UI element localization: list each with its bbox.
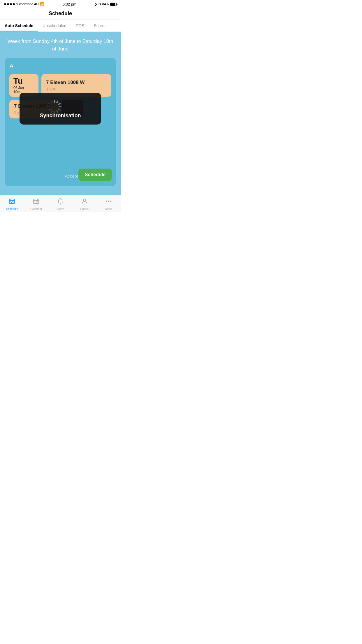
calendar-icon — [33, 198, 40, 206]
accept-text: Accept — [65, 174, 78, 178]
bottom-tab-bar: Schedule Calendar — [0, 195, 121, 212]
schedule-icon — [8, 198, 15, 206]
sync-text: Synchronisation — [40, 113, 81, 119]
battery-percent: 84% — [102, 2, 109, 6]
spinner — [54, 100, 67, 113]
bottom-tab-more-label: More — [105, 207, 112, 211]
carrier-label: vodafone AU — [19, 2, 38, 6]
wifi-icon: 📶 — [40, 2, 44, 6]
job-name-1: 7 Eleven 1008 W — [46, 80, 107, 85]
seg1 — [54, 100, 55, 103]
tab-bar: Auto Schedule Unscheduled POS Sche... — [0, 20, 121, 32]
tab-sched[interactable]: Sche... — [89, 20, 111, 32]
status-left: vodafone AU 📶 — [4, 2, 44, 6]
dot5 — [16, 3, 18, 5]
bottom-tab-calendar-label: Calendar — [30, 207, 42, 211]
day-label: Tu — [13, 77, 34, 85]
seg5 — [58, 108, 61, 111]
status-bar: vodafone AU 📶 6:32 pm ❯ B 84% — [0, 0, 121, 8]
seg3 — [58, 103, 61, 105]
seg10 — [48, 106, 50, 107]
alerts-icon — [57, 198, 64, 206]
profile-icon — [81, 198, 88, 206]
sync-overlay: Synchronisation — [20, 93, 101, 125]
nav-title: Schedule — [0, 8, 121, 20]
seg7 — [54, 111, 55, 114]
svg-point-16 — [108, 201, 109, 202]
more-icon — [105, 198, 112, 206]
battery-icon — [110, 3, 117, 6]
bottom-tab-alerts-label: Alerts — [57, 207, 64, 211]
main-content: Week from Sunday 4th of June to Saturday… — [0, 32, 121, 195]
bottom-tab-calendar[interactable]: Calendar — [24, 198, 48, 211]
svg-rect-0 — [9, 199, 15, 204]
tab-auto-schedule[interactable]: Auto Schedule — [0, 20, 38, 32]
bluetooth-icon: B — [99, 2, 101, 6]
schedule-card: A Tu 06 Jun 10m 7 Eleven 1008 W 1 job 7 … — [5, 58, 116, 186]
week-header: Week from Sunday 4th of June to Saturday… — [0, 32, 121, 58]
signal-dots — [4, 3, 18, 5]
seg12 — [50, 100, 53, 104]
battery-fill — [110, 3, 115, 6]
svg-point-17 — [110, 201, 111, 202]
dot3 — [10, 3, 12, 5]
seg11 — [48, 103, 51, 105]
dot4 — [13, 3, 15, 5]
day-date: 06 Jun — [13, 86, 34, 90]
seg4 — [59, 106, 61, 107]
card-letter: A — [9, 62, 111, 70]
bottom-tab-schedule[interactable]: Schedule — [0, 198, 24, 211]
bottom-tab-more[interactable]: More — [96, 198, 121, 211]
tab-unscheduled[interactable]: Unscheduled — [38, 20, 71, 32]
status-time: 6:32 pm — [63, 2, 76, 6]
bottom-tab-profile-label: Profile — [80, 207, 89, 211]
bottom-tab-alerts[interactable]: Alerts — [48, 198, 73, 211]
svg-point-15 — [106, 201, 107, 202]
svg-point-14 — [83, 199, 86, 201]
tab-pos[interactable]: POS — [71, 20, 89, 32]
location-icon: ❯ — [94, 2, 97, 6]
dot1 — [4, 3, 6, 5]
status-right: ❯ B 84% — [94, 2, 117, 6]
seg2 — [56, 100, 58, 104]
seg9 — [48, 108, 51, 111]
bottom-tab-schedule-label: Schedule — [6, 207, 18, 211]
bottom-tab-profile[interactable]: Profile — [72, 198, 96, 211]
schedule-button[interactable]: Schedule — [78, 169, 112, 181]
dot2 — [7, 3, 9, 5]
page-title: Schedule — [49, 10, 72, 16]
job-count-1: 1 job — [46, 87, 107, 91]
